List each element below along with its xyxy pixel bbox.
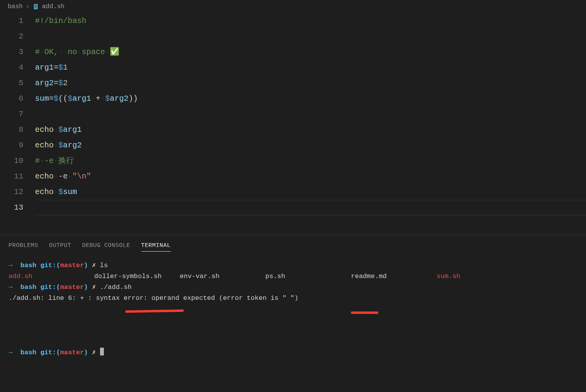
code-line[interactable]: 4arg1=$1 <box>0 60 586 75</box>
code-content[interactable]: echo·$sum <box>35 184 586 200</box>
code-content[interactable]: arg2=$2 <box>35 75 586 91</box>
prompt-git: git: <box>40 262 56 269</box>
code-line[interactable]: 7 <box>0 107 586 122</box>
whitespace-dot: · <box>54 172 58 181</box>
code-content[interactable] <box>35 107 586 122</box>
prompt-dirty-icon: ✗ <box>92 349 96 356</box>
token: )) <box>128 94 138 103</box>
code-content[interactable]: echo·$arg2 <box>35 138 586 153</box>
breadcrumb-file[interactable]: add.sh <box>42 3 65 10</box>
code-content[interactable]: echo·$arg1 <box>35 122 586 138</box>
prompt-paren: ) <box>84 262 88 269</box>
token: no <box>68 47 77 56</box>
whitespace-dot: · <box>54 187 58 196</box>
line-number: 13 <box>0 200 35 215</box>
line-number: 11 <box>0 169 35 184</box>
code-content[interactable]: echo·-e·"\n" <box>35 169 586 184</box>
token: $ <box>58 79 63 88</box>
terminal-line <box>9 326 577 336</box>
breadcrumb: bash › add.sh <box>0 0 586 13</box>
code-content[interactable]: arg1=$1 <box>35 60 586 75</box>
code-content[interactable]: #·-e·换行 <box>35 153 586 169</box>
token: $ <box>54 94 58 103</box>
token: arg1 <box>35 63 54 72</box>
whitespace-dot: · <box>68 172 72 181</box>
terminal-line[interactable]: → bash git:(master) ✗ <box>9 347 577 358</box>
file-icon <box>33 4 39 10</box>
token: echo <box>35 187 54 196</box>
token: # <box>35 47 40 56</box>
panel-tab-terminal[interactable]: TERMINAL <box>141 242 171 252</box>
token: # <box>35 156 40 165</box>
code-editor[interactable]: 1#!/bin/bash23#·OK,··no·space·✅4arg1=$15… <box>0 13 586 227</box>
whitespace-dot: · <box>40 156 44 165</box>
prompt-branch: master <box>60 262 84 269</box>
prompt-dirty-icon: ✗ <box>92 262 96 269</box>
token: space <box>82 47 105 56</box>
panel-tab-debug-console[interactable]: DEBUG CONSOLE <box>82 242 130 252</box>
code-line[interactable]: 6sum=$(($arg1·+·$arg2)) <box>0 91 586 107</box>
code-line[interactable]: 5arg2=$2 <box>0 75 586 91</box>
code-line[interactable]: 12echo·$sum <box>0 184 586 200</box>
token: 1 <box>63 63 68 72</box>
token: OK, <box>44 47 58 56</box>
code-line[interactable]: 9echo·$arg2 <box>0 138 586 153</box>
prompt-paren: ) <box>84 349 88 356</box>
panel-tab-problems[interactable]: PROBLEMS <box>9 242 38 252</box>
chevron-right-icon: › <box>26 3 30 10</box>
token: arg2 <box>110 94 128 103</box>
prompt-bash: bash <box>21 349 37 356</box>
code-line[interactable]: 8echo·$arg1 <box>0 122 586 138</box>
token: 2 <box>63 79 68 88</box>
line-number: 6 <box>0 91 35 107</box>
code-content[interactable] <box>35 29 586 44</box>
token: "\n" <box>72 172 91 181</box>
code-line[interactable]: 10#·-e·换行 <box>0 153 586 169</box>
terminal-prompt: → bash git:(master) ✗ <box>9 262 100 269</box>
ls-file: sum.sh <box>437 271 460 282</box>
whitespace-dot: · <box>40 47 44 56</box>
whitespace-dot: · <box>100 94 105 103</box>
terminal-line <box>9 315 577 326</box>
terminal-output: ./add.sh: line 6: + : syntax error: oper… <box>9 293 577 304</box>
terminal-command: ./add.sh <box>100 284 132 291</box>
whitespace-dot: · <box>54 156 58 165</box>
token: arg1 <box>63 125 82 134</box>
prompt-branch: master <box>60 349 84 356</box>
panel-tab-output[interactable]: OUTPUT <box>49 242 71 252</box>
code-content[interactable]: #!/bin/bash <box>35 13 586 29</box>
code-line[interactable]: 11echo·-e·"\n" <box>0 169 586 184</box>
token: echo <box>35 141 54 150</box>
line-number: 8 <box>0 122 35 138</box>
ls-file: readme.md <box>351 271 437 282</box>
code-line[interactable]: 1#!/bin/bash <box>0 13 586 29</box>
whitespace-dot: · <box>54 141 58 150</box>
active-line-highlight <box>35 200 586 215</box>
ls-file: ps.sh <box>265 271 351 282</box>
token: arg2 <box>63 141 82 150</box>
token: sum <box>35 94 49 103</box>
prompt-paren: ( <box>56 349 60 356</box>
prompt-paren: ( <box>56 284 60 291</box>
code-content[interactable]: #·OK,··no·space·✅ <box>35 44 586 60</box>
line-number: 1 <box>0 13 35 29</box>
token: arg1 <box>72 94 91 103</box>
prompt-branch: master <box>60 284 84 291</box>
terminal[interactable]: → bash git:(master) ✗ lsadd.shdoller-sym… <box>9 260 577 358</box>
ls-file: doller-symbols.sh <box>94 271 180 282</box>
line-number: 3 <box>0 44 35 60</box>
token: $ <box>58 141 63 150</box>
token: 换行 <box>58 156 74 165</box>
prompt-paren: ( <box>56 262 60 269</box>
code-content[interactable]: sum=$(($arg1·+·$arg2)) <box>35 91 586 107</box>
breadcrumb-folder[interactable]: bash <box>8 3 23 10</box>
token: $ <box>105 94 110 103</box>
prompt-paren: ) <box>84 284 88 291</box>
token: echo <box>35 125 54 134</box>
code-line[interactable]: 3#·OK,··no·space·✅ <box>0 44 586 60</box>
terminal-line: → bash git:(master) ✗ ls <box>9 260 577 271</box>
code-line[interactable]: 2 <box>0 29 586 44</box>
code-line[interactable]: 13 <box>0 200 586 215</box>
token: #!/bin/bash <box>35 16 86 25</box>
code-content[interactable] <box>35 200 586 215</box>
